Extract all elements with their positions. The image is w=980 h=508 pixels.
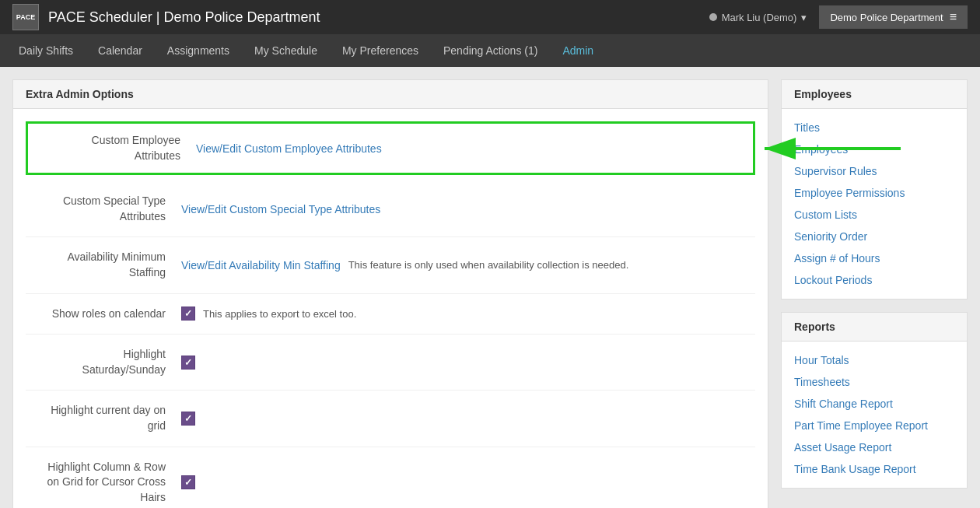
sidebar-link-custom-lists[interactable]: Custom Lists [782,204,967,226]
nav-my-preferences[interactable]: My Preferences [330,34,431,67]
user-dropdown-icon[interactable]: ▾ [801,12,807,23]
show-roles-content: This applies to export to excel too. [181,307,755,321]
reports-section-title: Reports [782,313,967,342]
user-name: Mark Liu (Demo) [722,12,797,23]
header-left: PACE PACE Scheduler | Demo Police Depart… [12,4,320,30]
employees-section-title: Employees [782,80,967,109]
highlight-column-row-checkbox[interactable] [181,475,195,489]
nav-assignments[interactable]: Assignments [155,34,242,67]
show-roles-note: This applies to export to excel too. [203,308,356,320]
department-label: Demo Police Department [830,12,943,23]
sidebar-link-lockout-periods[interactable]: Lockout Periods [782,269,967,291]
reports-links: Hour Totals Timesheets Shift Change Repo… [782,342,967,488]
show-roles-row: Show roles on calendar This applies to e… [26,294,755,335]
sidebar-link-time-bank-usage-report[interactable]: Time Bank Usage Report [782,458,967,480]
highlight-current-day-label: Highlight current day ongrid [26,403,181,433]
header-right: Mark Liu (Demo) ▾ Demo Police Department… [709,5,968,29]
availability-min-note: This feature is only used when availabil… [348,259,629,271]
sidebar-link-asset-usage-report[interactable]: Asset Usage Report [782,436,967,458]
highlight-column-row-content [181,475,755,489]
sidebar-link-seniority-order[interactable]: Seniority Order [782,226,967,247]
show-roles-checkbox[interactable] [181,307,195,321]
sidebar-link-hour-totals[interactable]: Hour Totals [782,349,967,371]
main-container: Extra Admin Options Custom EmployeeAttri… [0,67,980,508]
custom-employee-row: Custom EmployeeAttributes View/Edit Cust… [26,121,755,175]
sidebar-link-assign-hours[interactable]: Assign # of Hours [782,247,967,269]
availability-min-label: Availability MinimumStaffing [26,250,181,280]
sidebar-link-titles[interactable]: Titles [782,117,967,138]
nav-pending-actions[interactable]: Pending Actions (1) [431,34,550,67]
custom-special-label: Custom Special TypeAttributes [26,194,181,224]
custom-special-row: Custom Special TypeAttributes View/Edit … [26,181,755,237]
custom-employee-label: Custom EmployeeAttributes [40,133,196,163]
show-roles-label: Show roles on calendar [26,307,181,322]
custom-special-link[interactable]: View/Edit Custom Special Type Attributes [181,203,380,215]
app-header: PACE PACE Scheduler | Demo Police Depart… [0,0,980,34]
main-navbar: Daily Shifts Calendar Assignments My Sch… [0,34,980,67]
highlight-current-day-checkbox[interactable] [181,412,195,426]
highlight-current-day-content [181,412,755,426]
highlight-sat-sun-row: HighlightSaturday/Sunday [26,335,755,391]
highlight-current-day-row: Highlight current day ongrid [26,391,755,447]
highlight-column-row-row: Highlight Column & Rowon Grid for Cursor… [26,447,755,508]
availability-min-row: Availability MinimumStaffing View/Edit A… [26,237,755,293]
sidebar-link-employees[interactable]: Employees [782,138,967,160]
sidebar-link-timesheets[interactable]: Timesheets [782,371,967,393]
highlight-sat-sun-checkbox[interactable] [181,356,195,370]
nav-daily-shifts[interactable]: Daily Shifts [6,34,86,67]
sidebar-link-part-time-employee-report[interactable]: Part Time Employee Report [782,415,967,436]
nav-my-schedule[interactable]: My Schedule [242,34,330,67]
highlight-sat-sun-label: HighlightSaturday/Sunday [26,347,181,377]
department-button[interactable]: Demo Police Department ≡ [819,5,968,29]
nav-admin[interactable]: Admin [550,34,606,67]
availability-min-content: View/Edit Availability Min Staffing This… [181,259,755,272]
highlight-sat-sun-content [181,356,755,370]
availability-min-link[interactable]: View/Edit Availability Min Staffing [181,259,341,272]
nav-calendar[interactable]: Calendar [86,34,155,67]
content-panel: Extra Admin Options Custom EmployeeAttri… [12,79,768,508]
panel-body: Custom EmployeeAttributes View/Edit Cust… [13,109,768,508]
panel-title: Extra Admin Options [13,80,768,109]
pace-logo: PACE [12,4,39,30]
user-info[interactable]: Mark Liu (Demo) ▾ [709,12,807,23]
right-sidebar: Employees Titles Employees Supervisor Ru… [781,79,968,508]
employees-section: Employees Titles Employees Supervisor Ru… [781,79,968,300]
sidebar-link-shift-change-report[interactable]: Shift Change Report [782,393,967,415]
sidebar-link-supervisor-rules[interactable]: Supervisor Rules [782,160,967,182]
hamburger-icon: ≡ [950,10,957,24]
custom-employee-link[interactable]: View/Edit Custom Employee Attributes [196,142,382,155]
sidebar-link-employee-permissions[interactable]: Employee Permissions [782,182,967,204]
app-title: PACE Scheduler | Demo Police Department [48,9,320,26]
highlight-column-row-label: Highlight Column & Rowon Grid for Cursor… [26,460,181,506]
custom-employee-content: View/Edit Custom Employee Attributes [196,142,740,155]
employees-links: Titles Employees Supervisor Rules Employ… [782,109,967,299]
reports-section: Reports Hour Totals Timesheets Shift Cha… [781,312,968,489]
user-status-dot [709,13,717,21]
custom-special-content: View/Edit Custom Special Type Attributes [181,203,755,215]
